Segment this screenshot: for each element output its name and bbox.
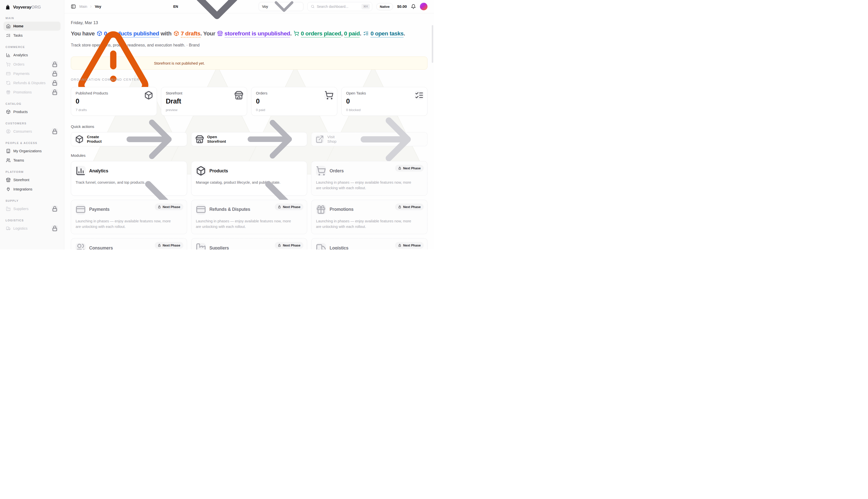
- sidebar-item-products[interactable]: Products: [3, 107, 61, 116]
- module-title: Refunds & Disputes: [210, 207, 250, 212]
- factory-icon: [196, 243, 206, 250]
- tasks-icon: [415, 91, 424, 100]
- module-card-logistics: LogisticsNext PhaseLaunching in phases —…: [311, 238, 427, 250]
- home-icon: [6, 24, 11, 28]
- module-title: Logistics: [330, 245, 348, 250]
- chevron-down-icon: [179, 0, 255, 44]
- next-phase-badge: Next Phase: [155, 204, 183, 210]
- bell-icon[interactable]: [411, 4, 416, 9]
- module-card-suppliers: SuppliersNext PhaseLaunching in phases —…: [191, 238, 307, 250]
- sidebar-section-label-supply: SUPPLY: [5, 199, 59, 202]
- credit-card-icon: [196, 205, 206, 215]
- lock-icon: [51, 80, 58, 86]
- stat-card-subtext: preview: [166, 108, 243, 112]
- sidebar-item-label: Products: [13, 110, 28, 114]
- factory-icon: [196, 243, 206, 250]
- module-description: Launching in phases — enjoy available fe…: [76, 219, 176, 230]
- module-card-products[interactable]: ProductsManage catalog, product lifecycl…: [191, 161, 307, 196]
- sidebar-section-label-commerce: COMMERCE: [5, 46, 59, 48]
- stat-card-storefront: StorefrontDraftpreview: [161, 87, 247, 116]
- modules-grid: AnalyticsTrack funnel, conversion, and t…: [71, 161, 427, 250]
- quick-action-open-storefront[interactable]: Open Storefront: [191, 132, 307, 146]
- sidebar-item-analytics[interactable]: Analytics: [3, 50, 61, 60]
- module-card-analytics[interactable]: AnalyticsTrack funnel, conversion, and t…: [71, 161, 187, 196]
- credit-card-icon: [76, 205, 86, 215]
- breadcrumb-current[interactable]: Voy: [95, 4, 101, 9]
- sidebar-item-tasks[interactable]: Tasks: [3, 31, 61, 40]
- next-phase-badge: Next Phase: [155, 242, 183, 249]
- sidebar-item-integrations[interactable]: Integrations: [3, 185, 61, 194]
- sidebar-item-suppliers: Suppliers: [3, 204, 61, 213]
- quick-action-label: Open Storefront: [207, 135, 234, 144]
- plan-badge: Native: [376, 3, 393, 10]
- module-title: Orders: [330, 168, 344, 174]
- avatar[interactable]: [420, 3, 427, 10]
- chevron-down-icon: [268, 0, 300, 23]
- sidebar-toggle-button[interactable]: [71, 4, 76, 9]
- lock-icon: [398, 244, 401, 247]
- chevron-down-icon: [179, 0, 255, 44]
- package-icon: [144, 91, 153, 100]
- package-icon: [196, 166, 206, 176]
- language-selector[interactable]: EN: [173, 0, 255, 44]
- stat-card-title: Published Products: [76, 91, 152, 95]
- cart-icon: [324, 91, 334, 100]
- lock-icon: [51, 225, 58, 232]
- next-phase-label: Next Phase: [283, 205, 300, 209]
- next-phase-label: Next Phase: [403, 243, 421, 247]
- sidebar-section-label-platform: PLATFORM: [5, 170, 59, 173]
- main-content: Friday, Mar 13 You have 0 products publi…: [64, 13, 434, 250]
- chevron-right-icon: [89, 5, 93, 8]
- breadcrumb-root[interactable]: Main: [79, 4, 87, 9]
- org-select[interactable]: Voy: [259, 2, 303, 11]
- scrollbar-thumb[interactable]: [432, 25, 433, 63]
- lock-icon: [51, 80, 58, 86]
- user-circle-icon: [6, 129, 11, 134]
- sidebar-item-storefront[interactable]: Storefront: [3, 175, 61, 184]
- sidebar-item-logistics: Logistics: [3, 224, 61, 233]
- factory-icon: [6, 207, 11, 211]
- package-icon: [144, 91, 153, 100]
- breadcrumb: Main Voy: [79, 4, 101, 9]
- sidebar-item-label: Orders: [13, 62, 24, 66]
- sidebar-section-label-people-access: PEOPLE & ACCESS: [5, 142, 59, 145]
- search-box[interactable]: ⌘K: [307, 2, 372, 11]
- tasks-icon: [415, 91, 424, 100]
- credit-card-icon: [196, 205, 206, 215]
- lock-icon: [51, 128, 58, 135]
- truck-icon: [316, 243, 326, 250]
- truck-icon: [316, 243, 326, 250]
- users-icon: [76, 243, 86, 250]
- sidebar-item-my-organizations[interactable]: My Organizations: [3, 146, 61, 156]
- lock-icon: [51, 70, 58, 77]
- stat-card-subtext: 7 drafts: [76, 108, 152, 112]
- gift-icon: [6, 90, 11, 95]
- stat-card-published-products: Published Products07 drafts: [71, 87, 157, 116]
- quick-action-create-product[interactable]: Create Product: [71, 132, 187, 146]
- next-phase-label: Next Phase: [403, 205, 421, 209]
- sidebar-item-label: Refunds & Disputes: [13, 81, 46, 85]
- quick-action-label: Visit Shop: [327, 135, 345, 144]
- next-phase-label: Next Phase: [163, 205, 180, 209]
- refresh-icon: [6, 81, 11, 85]
- lock-icon: [51, 206, 58, 212]
- module-card-orders: OrdersNext PhaseLaunching in phases — en…: [311, 161, 427, 196]
- credit-card-icon: [76, 205, 86, 215]
- stat-card-value: 0: [256, 97, 333, 105]
- cart-icon: [316, 166, 326, 176]
- balance: $0.00: [397, 4, 407, 9]
- storefront-warning-banner: Storefront is not published yet.: [71, 57, 427, 70]
- brand-logo[interactable]: VoyverayORG: [3, 3, 61, 13]
- sidebar-item-refunds-disputes: Refunds & Disputes: [3, 78, 61, 87]
- sidebar-section-label-customers: CUSTOMERS: [5, 122, 59, 125]
- search-input[interactable]: [317, 4, 359, 9]
- sidebar-item-label: Promotions: [13, 90, 32, 94]
- cart-icon: [6, 62, 11, 66]
- store-icon: [234, 91, 243, 100]
- users-icon: [6, 158, 11, 162]
- search-shortcut: ⌘K: [361, 4, 370, 9]
- sidebar-item-home[interactable]: Home: [3, 22, 61, 31]
- stat-card-orders: Orders00 paid: [251, 87, 337, 116]
- sidebar-item-teams[interactable]: Teams: [3, 156, 61, 165]
- chevron-right-icon: [89, 5, 93, 8]
